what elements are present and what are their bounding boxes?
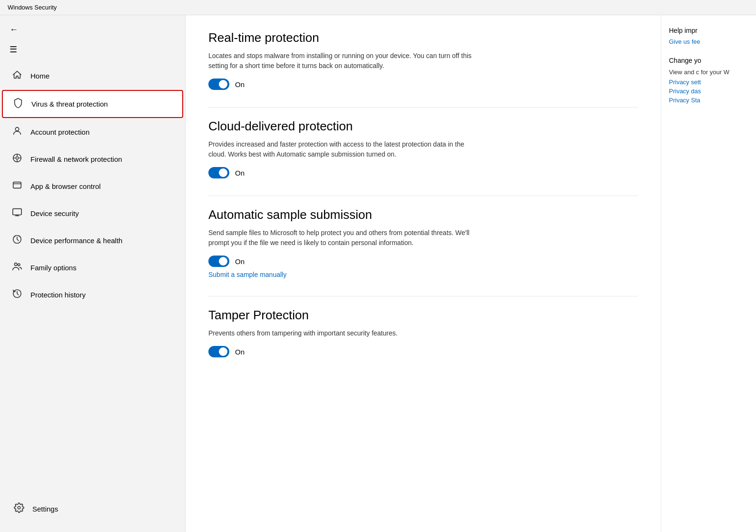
tamper-toggle[interactable]	[208, 346, 229, 357]
firewall-icon	[11, 153, 23, 166]
view-desc: View and c for your W	[669, 68, 748, 77]
sidebar-account-label: Account protection	[30, 128, 89, 136]
appbrowser-icon	[11, 180, 23, 193]
sidebar-item-account[interactable]: Account protection	[2, 119, 183, 145]
svg-rect-4	[13, 209, 21, 215]
divider-3	[208, 296, 638, 296]
privacy-dashboard-link[interactable]: Privacy das	[669, 88, 748, 95]
hamburger-icon: ☰	[10, 44, 17, 55]
clouddelivered-toggle-row: On	[208, 167, 638, 178]
title-bar: Windows Security	[0, 0, 756, 15]
sidebar-item-settings[interactable]: Settings	[4, 496, 181, 522]
tamper-toggle-track	[208, 346, 229, 357]
automaticsample-toggle-track	[208, 256, 229, 267]
svg-point-5	[15, 263, 18, 266]
sidebar-top: ← ☰	[0, 15, 185, 62]
sidebar-bottom: Settings	[0, 492, 185, 532]
svg-point-2	[16, 157, 19, 159]
sidebar-item-appbrowser[interactable]: App & browser control	[2, 173, 183, 199]
tamper-section: Tamper Protection Prevents others from t…	[208, 308, 638, 357]
svg-point-7	[18, 506, 20, 509]
privacy-statement-link[interactable]: Privacy Sta	[669, 97, 748, 104]
sidebar-deviceperf-label: Device performance & health	[30, 236, 122, 245]
right-panel-help-section: Help impr Give us fee	[669, 27, 748, 45]
realtime-section: Real-time protection Locates and stops m…	[208, 30, 638, 90]
sidebar-item-history[interactable]: Protection history	[2, 282, 183, 308]
back-icon: ←	[10, 25, 18, 35]
clouddelivered-section: Cloud-delivered protection Provides incr…	[208, 119, 638, 178]
clouddelivered-desc: Provides increased and faster protection…	[208, 139, 475, 159]
clouddelivered-title: Cloud-delivered protection	[208, 119, 638, 134]
shield-icon	[12, 98, 24, 110]
sidebar-history-label: Protection history	[30, 291, 86, 299]
submit-sample-link[interactable]: Submit a sample manually	[208, 271, 286, 278]
sidebar-item-deviceperf[interactable]: Device performance & health	[2, 227, 183, 254]
automaticsample-toggle-thumb	[219, 257, 227, 266]
right-panel-change-section: Change yo View and c for your W Privacy …	[669, 57, 748, 104]
automaticsample-section: Automatic sample submission Send sample …	[208, 207, 638, 279]
home-icon	[11, 69, 23, 82]
realtime-toggle-row: On	[208, 79, 638, 90]
sidebar-devicesec-label: Device security	[30, 209, 79, 217]
sidebar-item-family[interactable]: Family options	[2, 255, 183, 281]
right-panel: Help impr Give us fee Change yo View and…	[661, 15, 756, 532]
sidebar-family-label: Family options	[30, 264, 77, 272]
main-content: Real-time protection Locates and stops m…	[186, 15, 661, 532]
realtime-desc: Locates and stops malware from installin…	[208, 51, 475, 71]
sidebar-firewall-label: Firewall & network protection	[30, 155, 122, 163]
back-button[interactable]: ←	[8, 21, 177, 39]
clouddelivered-toggle-thumb	[219, 168, 227, 177]
sidebar-item-devicesec[interactable]: Device security	[2, 200, 183, 227]
sidebar: ← ☰ Home Virus & threat protection Accou…	[0, 15, 186, 532]
realtime-title: Real-time protection	[208, 30, 638, 45]
clouddelivered-toggle-track	[208, 167, 229, 178]
sidebar-virus-label: Virus & threat protection	[31, 100, 108, 108]
automaticsample-desc: Send sample files to Microsoft to help p…	[208, 228, 475, 248]
sidebar-appbrowser-label: App & browser control	[30, 182, 101, 190]
privacy-settings-link[interactable]: Privacy sett	[669, 79, 748, 86]
account-icon	[11, 126, 23, 138]
automaticsample-toggle-label: On	[235, 257, 245, 266]
tamper-toggle-row: On	[208, 346, 638, 357]
settings-icon	[13, 502, 25, 515]
change-heading: Change yo	[669, 57, 748, 64]
automaticsample-title: Automatic sample submission	[208, 207, 638, 222]
history-icon	[11, 288, 23, 301]
sidebar-item-firewall[interactable]: Firewall & network protection	[2, 146, 183, 172]
help-improve-heading: Help impr	[669, 27, 748, 34]
settings-label: Settings	[32, 505, 58, 513]
realtime-toggle-label: On	[235, 80, 245, 89]
sidebar-home-label: Home	[30, 72, 49, 80]
automaticsample-toggle[interactable]	[208, 256, 229, 267]
deviceperf-icon	[11, 234, 23, 247]
clouddelivered-toggle-label: On	[235, 169, 245, 177]
automaticsample-toggle-row: On	[208, 256, 638, 267]
divider-1	[208, 107, 638, 108]
realtime-toggle-thumb	[219, 80, 227, 89]
tamper-desc: Prevents others from tampering with impo…	[208, 328, 475, 338]
realtime-toggle[interactable]	[208, 79, 229, 90]
sidebar-item-home[interactable]: Home	[2, 63, 183, 89]
svg-point-0	[15, 128, 19, 131]
family-icon	[11, 261, 23, 274]
sidebar-item-virus[interactable]: Virus & threat protection	[2, 90, 183, 118]
hamburger-button[interactable]: ☰	[8, 40, 177, 59]
clouddelivered-toggle[interactable]	[208, 167, 229, 178]
divider-2	[208, 196, 638, 196]
tamper-title: Tamper Protection	[208, 308, 638, 323]
svg-point-6	[18, 264, 20, 266]
tamper-toggle-label: On	[235, 348, 245, 356]
tamper-toggle-thumb	[219, 347, 227, 356]
app-title: Windows Security	[8, 4, 57, 11]
devicesec-icon	[11, 207, 23, 220]
give-feedback-link[interactable]: Give us fee	[669, 38, 748, 45]
svg-rect-3	[13, 182, 21, 188]
realtime-toggle-track	[208, 79, 229, 90]
app-body: ← ☰ Home Virus & threat protection Accou…	[0, 15, 756, 532]
